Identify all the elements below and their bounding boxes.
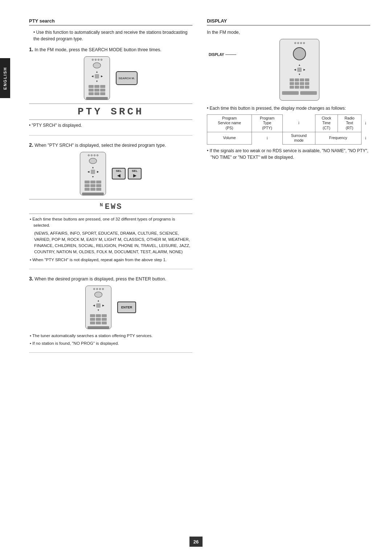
news-display: ᴺEWS [29, 199, 192, 214]
remote-circle-btn-3 [94, 292, 102, 298]
sel-buttons: SEL ◀ SEL ▶ [112, 168, 142, 179]
display-bottom-btn-1 [282, 91, 299, 95]
sel-left-button[interactable]: SEL ◀ [112, 168, 126, 179]
remote-dot [95, 59, 97, 61]
search-mode-button[interactable]: SEARCH M. [116, 71, 138, 85]
mode-pty: ProgramType(PTY) [252, 114, 283, 132]
step3-bullet1: • The tuner automatically searches a sta… [29, 333, 192, 339]
display-bullet2: If the signals are too weak or no RDS se… [207, 147, 370, 161]
step3-text: 3. When the desired program is displayed… [29, 275, 192, 283]
enter-button[interactable]: ENTER [117, 302, 136, 313]
remote-dots-2 [88, 154, 98, 156]
display-bottom-buttons [282, 91, 317, 95]
step2-bullet2: (NEWS, AFFAIRS, INFO, SPORT, EDUCATE, DR… [29, 230, 192, 255]
display-label-line [225, 54, 236, 55]
sel-right-icon: ▶ [133, 173, 136, 178]
mode-rt: RadioText(RT) [338, 114, 361, 132]
remote-grid-buttons-2 [85, 181, 101, 191]
display-button-label: DISPLAY [209, 53, 224, 57]
step2-text: 2. When "PTY SRCH" is displayed, select … [29, 141, 192, 149]
display-bullet1: Each time this button is pressed, the di… [207, 105, 370, 112]
display-label-container: DISPLAY [209, 53, 236, 57]
step2-diagram: ▲ ◀ ▶ ▼ [29, 152, 192, 195]
step1-text: 1. In the FM mode, press the SEARCH MODE… [29, 46, 192, 53]
display-bottom-btn-2 [300, 91, 317, 95]
remote-wide-btn-1 [86, 97, 108, 100]
display-diagram-container: DISPLAY ▲ ◀ [229, 39, 370, 101]
display-mode-table: ProgramService name(PS) ProgramType(PTY)… [207, 114, 370, 145]
pty-search-title: PTY search [29, 18, 192, 25]
intro-text: • Use this function to automatically sea… [29, 29, 192, 42]
display-big-button [293, 47, 306, 60]
step1-diagram: ▲ ◀ ▶ ▼ [29, 56, 192, 100]
display-arrow-pad: ▲ ◀ ▶ ▼ [293, 63, 306, 77]
remote-wide-btn-3 [87, 326, 109, 329]
mode-frequency: Frequency [315, 132, 361, 144]
display-intro: In the FM mode, [207, 29, 370, 36]
step3-bullet2: • If no station is found, "NO PROG" is d… [29, 340, 192, 347]
display-remote-dots [294, 42, 305, 44]
right-column: DISPLAY In the FM mode, DISPLAY [207, 18, 370, 359]
mode-i1: i [283, 114, 315, 132]
display-remote-diagram: ▲ ◀ ▶ ▼ [279, 39, 319, 101]
step3-diagram: ▲ ◀ ▶ ▼ [29, 286, 192, 329]
remote-circle-btn-2 [89, 158, 97, 164]
remote-arrow-pad-1: ▲ ◀ ▶ ▼ [90, 69, 104, 83]
step3-block: 3. When the desired program is displayed… [29, 275, 192, 353]
pty-srch-display: PTY SRCH [29, 104, 192, 120]
display-title: DISPLAY [207, 18, 370, 25]
language-tab: ENGLISH [0, 58, 10, 98]
step1-block: 1. In the FM mode, press the SEARCH MODE… [29, 46, 192, 136]
left-column: PTY search • Use this function to automa… [22, 18, 192, 359]
mode-surround: Surroundmode [283, 132, 315, 144]
step2-bullet3: • When "PTY SRCH" is not displayed, repe… [29, 257, 192, 263]
page-content: PTY search • Use this function to automa… [0, 0, 392, 377]
mode-ct: ClockTime(CT) [315, 114, 338, 132]
two-column-layout: PTY search • Use this function to automa… [22, 18, 370, 359]
step2-block: 2. When "PTY SRCH" is displayed, select … [29, 141, 192, 269]
sel-right-button[interactable]: SEL ▶ [128, 168, 142, 179]
remote-diagram-3: ▲ ◀ ▶ ▼ [85, 286, 111, 329]
mode-i4: i [361, 132, 370, 144]
remote-wide-btn-2 [82, 193, 104, 195]
remote-dots-3 [93, 288, 104, 290]
mode-volume: Volume [207, 132, 252, 144]
remote-dot [101, 59, 102, 61]
mode-i3: i [252, 132, 283, 144]
remote-dots-1 [92, 59, 102, 61]
sel-left-icon: ◀ [117, 173, 120, 178]
mode-ps: ProgramService name(PS) [207, 114, 252, 132]
mode-i2: i [361, 114, 370, 132]
remote-arrow-pad-3: ▲ ◀ ▶ ▼ [91, 299, 105, 312]
page-number: 26 [189, 537, 203, 547]
display-grid-buttons [290, 78, 309, 89]
remote-arrow-pad-2: ▲ ◀ ▶ ▼ [86, 165, 100, 179]
remote-dot [98, 59, 99, 61]
remote-diagram-2: ▲ ◀ ▶ ▼ [80, 152, 106, 195]
step2-bullet1: • Each time these buttons are pressed, o… [29, 216, 192, 229]
remote-grid-buttons-1 [89, 85, 105, 95]
step1-note: "PTY SRCH" is displayed. [29, 122, 192, 129]
remote-grid-buttons-3 [90, 314, 107, 324]
language-tab-label: ENGLISH [3, 67, 7, 90]
remote-diagram-1: ▲ ◀ ▶ ▼ [84, 56, 110, 100]
remote-circle-btn-1 [93, 62, 101, 68]
remote-dot [92, 59, 94, 61]
